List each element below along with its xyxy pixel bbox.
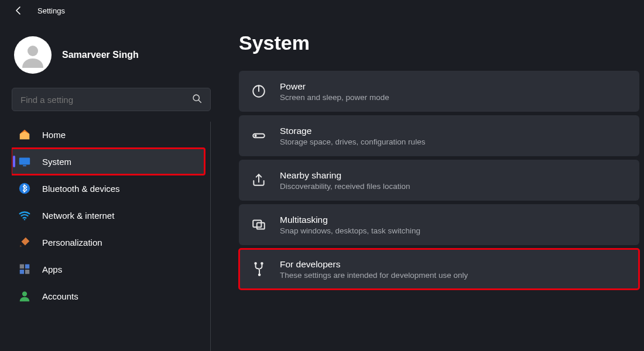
search-icon <box>192 94 202 106</box>
card-for-developers[interactable]: For developers These settings are intend… <box>239 249 639 290</box>
sidebar: Samarveer Singh Home <box>0 19 218 351</box>
card-power[interactable]: Power Screen and sleep, power mode <box>239 71 639 112</box>
card-desc: Snap windows, desktops, task switching <box>280 226 420 235</box>
apps-icon <box>18 262 32 276</box>
card-desc: Discoverability, received files location <box>280 182 410 191</box>
page-title: System <box>239 32 639 54</box>
titlebar: Settings <box>0 0 644 19</box>
svg-rect-7 <box>25 264 29 269</box>
sidebar-item-label: Accounts <box>42 291 78 301</box>
bluetooth-icon <box>18 181 32 195</box>
storage-icon <box>251 128 267 144</box>
sidebar-item-label: Personalization <box>42 238 102 247</box>
sidebar-item-label: System <box>42 157 71 167</box>
svg-point-16 <box>255 263 256 264</box>
svg-point-17 <box>261 263 263 264</box>
nav-list: Home System Bluetooth & devices <box>12 122 211 351</box>
power-icon <box>251 83 267 99</box>
multitasking-icon <box>251 216 267 233</box>
card-title: Power <box>280 81 389 92</box>
avatar <box>14 36 52 74</box>
developers-icon <box>251 261 267 277</box>
sidebar-item-network[interactable]: Network & internet <box>12 202 204 228</box>
svg-rect-15 <box>257 223 265 229</box>
sidebar-item-bluetooth[interactable]: Bluetooth & devices <box>12 176 204 201</box>
sidebar-item-label: Home <box>42 130 66 140</box>
profile-block[interactable]: Samarveer Singh <box>12 28 211 85</box>
card-desc: These settings are intended for developm… <box>280 271 468 280</box>
card-multitasking[interactable]: Multitasking Snap windows, desktops, tas… <box>239 204 639 245</box>
svg-point-18 <box>259 274 261 276</box>
sidebar-item-apps[interactable]: Apps <box>12 256 204 282</box>
display-icon <box>18 154 32 168</box>
sidebar-item-label: Bluetooth & devices <box>42 184 120 194</box>
wifi-icon <box>18 208 32 222</box>
person-icon <box>18 289 32 303</box>
main-panel: System Power Screen and sleep, power mod… <box>218 19 644 351</box>
svg-point-10 <box>22 291 27 296</box>
sidebar-item-accounts[interactable]: Accounts <box>12 283 204 309</box>
card-title: Multitasking <box>280 215 420 225</box>
sidebar-item-label: Network & internet <box>42 211 114 221</box>
app-title: Settings <box>37 6 65 15</box>
search-input[interactable] <box>12 88 211 111</box>
search-field[interactable] <box>20 95 192 105</box>
svg-rect-8 <box>20 270 24 274</box>
profile-name: Samarveer Singh <box>62 50 139 60</box>
svg-point-13 <box>255 135 256 136</box>
card-nearby-sharing[interactable]: Nearby sharing Discoverability, received… <box>239 160 639 201</box>
card-title: For developers <box>280 259 468 270</box>
sidebar-item-home[interactable]: Home <box>12 122 204 147</box>
svg-rect-6 <box>20 264 24 269</box>
sidebar-item-label: Apps <box>42 264 62 274</box>
svg-point-5 <box>24 219 25 220</box>
svg-rect-9 <box>25 270 29 274</box>
svg-point-1 <box>193 95 199 101</box>
svg-rect-3 <box>23 165 26 166</box>
sidebar-item-personalization[interactable]: Personalization <box>12 229 204 255</box>
card-storage[interactable]: Storage Storage space, drives, configura… <box>239 115 639 156</box>
share-icon <box>251 172 267 188</box>
home-icon <box>18 128 32 142</box>
card-title: Nearby sharing <box>280 170 410 181</box>
back-icon[interactable] <box>14 6 23 15</box>
settings-cards: Power Screen and sleep, power mode Stora… <box>239 71 639 290</box>
brush-icon <box>18 235 32 249</box>
card-title: Storage <box>280 126 425 136</box>
svg-point-0 <box>28 46 38 56</box>
card-desc: Storage space, drives, configuration rul… <box>280 137 425 146</box>
svg-rect-2 <box>19 158 30 165</box>
sidebar-item-system[interactable]: System <box>12 149 204 174</box>
card-desc: Screen and sleep, power mode <box>280 93 389 102</box>
